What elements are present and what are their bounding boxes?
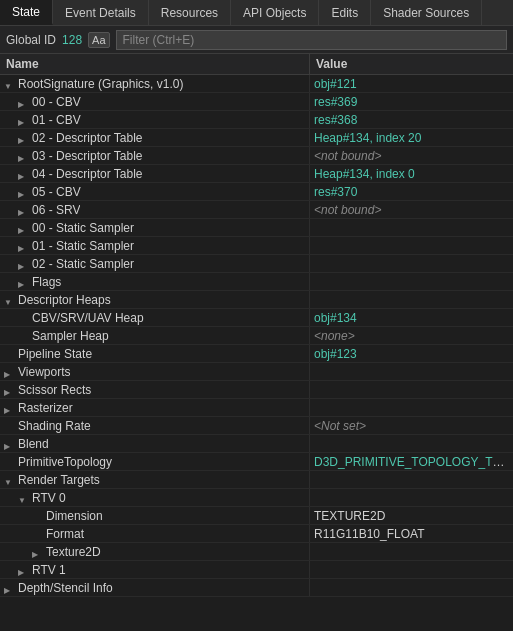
expand-icon[interactable] xyxy=(18,276,30,288)
row-label: 02 - Static Sampler xyxy=(32,257,134,271)
row-label: PrimitiveTopology xyxy=(18,455,112,469)
table-row[interactable]: 00 - CBVres#369 xyxy=(0,93,513,111)
row-label: 05 - CBV xyxy=(32,185,81,199)
table-row[interactable]: DimensionTEXTURE2D xyxy=(0,507,513,525)
expand-icon[interactable] xyxy=(18,258,30,270)
table-row[interactable]: PrimitiveTopologyD3D_PRIMITIVE_TOPOLOGY_… xyxy=(0,453,513,471)
table-row[interactable]: RootSignature (Graphics, v1.0)obj#121 xyxy=(0,75,513,93)
collapse-icon[interactable] xyxy=(4,294,16,306)
row-label: 00 - Static Sampler xyxy=(32,221,134,235)
table-row[interactable]: 00 - Static Sampler xyxy=(0,219,513,237)
expand-icon[interactable] xyxy=(4,438,16,450)
row-label: 01 - CBV xyxy=(32,113,81,127)
collapse-icon[interactable] xyxy=(18,492,30,504)
table-row[interactable]: RTV 0 xyxy=(0,489,513,507)
table-row[interactable]: Viewports xyxy=(0,363,513,381)
table-row[interactable]: 02 - Static Sampler xyxy=(0,255,513,273)
table-row[interactable]: Pipeline Stateobj#123 xyxy=(0,345,513,363)
table-row[interactable]: Flags xyxy=(0,273,513,291)
row-value: obj#134 xyxy=(310,311,513,325)
tab-shader-sources[interactable]: Shader Sources xyxy=(371,0,482,25)
table-row[interactable]: Scissor Rects xyxy=(0,381,513,399)
row-value: res#368 xyxy=(310,113,513,127)
tab-bar: State Event Details Resources API Object… xyxy=(0,0,513,26)
table-row[interactable]: Render Targets xyxy=(0,471,513,489)
table-row[interactable]: Shading Rate<Not set> xyxy=(0,417,513,435)
table-row[interactable]: Descriptor Heaps xyxy=(0,291,513,309)
table-row[interactable]: 06 - SRV<not bound> xyxy=(0,201,513,219)
expand-icon[interactable] xyxy=(18,222,30,234)
table-container: Name Value RootSignature (Graphics, v1.0… xyxy=(0,54,513,631)
row-label: Flags xyxy=(32,275,61,289)
expand-icon[interactable] xyxy=(18,204,30,216)
collapse-icon[interactable] xyxy=(4,78,16,90)
expand-icon[interactable] xyxy=(32,546,44,558)
row-label: RootSignature (Graphics, v1.0) xyxy=(18,77,183,91)
row-value: D3D_PRIMITIVE_TOPOLOGY_TRI... xyxy=(310,455,513,469)
id-value: 128 xyxy=(62,33,82,47)
row-label: 02 - Descriptor Table xyxy=(32,131,143,145)
table-row[interactable]: 01 - Static Sampler xyxy=(0,237,513,255)
table-row[interactable]: 01 - CBVres#368 xyxy=(0,111,513,129)
row-label: Format xyxy=(46,527,84,541)
row-value: Heap#134, index 0 xyxy=(310,167,513,181)
row-label: CBV/SRV/UAV Heap xyxy=(32,311,144,325)
row-value: res#369 xyxy=(310,95,513,109)
col-name-header: Name xyxy=(0,54,310,74)
row-value: <Not set> xyxy=(310,419,513,433)
expand-icon[interactable] xyxy=(18,564,30,576)
row-label: Viewports xyxy=(18,365,70,379)
row-value: Heap#134, index 20 xyxy=(310,131,513,145)
table-row[interactable]: 02 - Descriptor TableHeap#134, index 20 xyxy=(0,129,513,147)
expand-icon[interactable] xyxy=(4,402,16,414)
row-label: Depth/Stencil Info xyxy=(18,581,113,595)
expand-icon[interactable] xyxy=(18,114,30,126)
expand-icon[interactable] xyxy=(18,150,30,162)
expand-icon[interactable] xyxy=(18,132,30,144)
expand-icon[interactable] xyxy=(18,186,30,198)
row-label: 06 - SRV xyxy=(32,203,80,217)
row-label: 00 - CBV xyxy=(32,95,81,109)
col-value-header: Value xyxy=(310,54,513,74)
aa-button[interactable]: Aa xyxy=(88,32,109,48)
table-row[interactable]: CBV/SRV/UAV Heapobj#134 xyxy=(0,309,513,327)
table-row[interactable]: 05 - CBVres#370 xyxy=(0,183,513,201)
table-row[interactable]: Sampler Heap<none> xyxy=(0,327,513,345)
row-label: Rasterizer xyxy=(18,401,73,415)
table-row[interactable]: Rasterizer xyxy=(0,399,513,417)
filter-input[interactable] xyxy=(116,30,507,50)
tab-api-objects[interactable]: API Objects xyxy=(231,0,319,25)
row-label: Sampler Heap xyxy=(32,329,109,343)
row-label: Dimension xyxy=(46,509,103,523)
row-label: 03 - Descriptor Table xyxy=(32,149,143,163)
tab-resources[interactable]: Resources xyxy=(149,0,231,25)
table-row[interactable]: Texture2D xyxy=(0,543,513,561)
table-row[interactable]: 03 - Descriptor Table<not bound> xyxy=(0,147,513,165)
row-label: 04 - Descriptor Table xyxy=(32,167,143,181)
tab-state[interactable]: State xyxy=(0,0,53,25)
expand-icon[interactable] xyxy=(18,168,30,180)
expand-icon[interactable] xyxy=(4,384,16,396)
table-row[interactable]: 04 - Descriptor TableHeap#134, index 0 xyxy=(0,165,513,183)
row-label: RTV 1 xyxy=(32,563,66,577)
row-label: RTV 0 xyxy=(32,491,66,505)
table-row[interactable]: Depth/Stencil Info xyxy=(0,579,513,597)
global-id-label: Global ID xyxy=(6,33,56,47)
expand-icon[interactable] xyxy=(18,240,30,252)
row-label: Scissor Rects xyxy=(18,383,91,397)
table-row[interactable]: RTV 1 xyxy=(0,561,513,579)
row-value: <none> xyxy=(310,329,513,343)
table-row[interactable]: Blend xyxy=(0,435,513,453)
collapse-icon[interactable] xyxy=(4,474,16,486)
table-body: RootSignature (Graphics, v1.0)obj#12100 … xyxy=(0,75,513,597)
tab-edits[interactable]: Edits xyxy=(319,0,371,25)
tab-event-details[interactable]: Event Details xyxy=(53,0,149,25)
row-value: obj#121 xyxy=(310,77,513,91)
expand-icon[interactable] xyxy=(4,582,16,594)
table-row[interactable]: FormatR11G11B10_FLOAT xyxy=(0,525,513,543)
row-label: Shading Rate xyxy=(18,419,91,433)
expand-icon[interactable] xyxy=(18,96,30,108)
toolbar: Global ID 128 Aa xyxy=(0,26,513,54)
row-value: res#370 xyxy=(310,185,513,199)
expand-icon[interactable] xyxy=(4,366,16,378)
